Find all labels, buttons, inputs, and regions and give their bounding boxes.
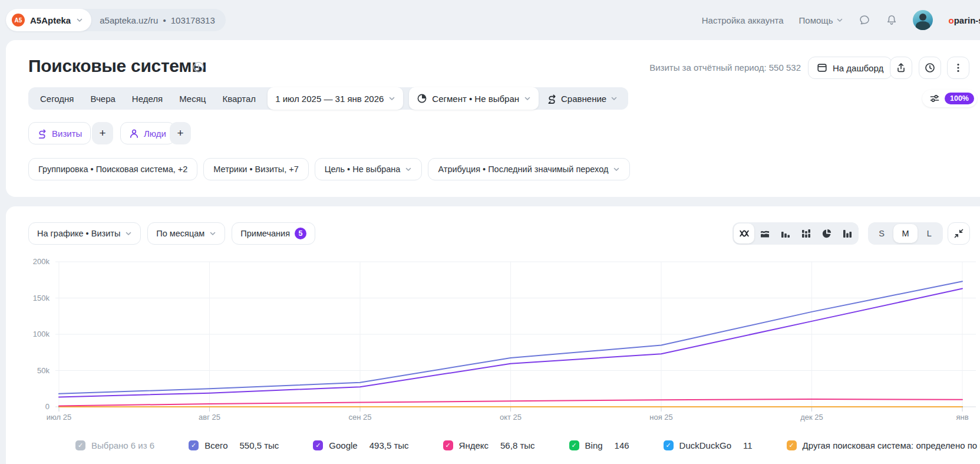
size-l-button[interactable]: L <box>918 224 941 243</box>
legend-label: Другая поисковая система: определено по … <box>803 440 980 450</box>
tab-yesterday[interactable]: Вчера <box>83 94 124 104</box>
counter-domain-info: a5apteka.uz/ru • 103178313 <box>91 15 215 25</box>
period-grouping-label: По месяцам <box>156 229 204 238</box>
checkbox-icon[interactable] <box>787 440 797 450</box>
export-button[interactable] <box>890 57 912 79</box>
on-chart-selector[interactable]: На графике • Визиты <box>28 222 141 245</box>
counter-id: 103178313 <box>171 15 215 25</box>
chart-size-switcher: S M L <box>868 222 943 245</box>
x-axis-label: июл 25 <box>35 413 83 422</box>
chart-type-switcher <box>732 222 859 245</box>
x-axis-label: дек 25 <box>788 413 836 422</box>
pie-chart-icon[interactable] <box>816 223 837 243</box>
legend-item-bing[interactable]: Bing 146 <box>569 440 629 450</box>
chevron-down-icon <box>611 95 618 102</box>
grouping-label: Группировка • Поисковая система, +2 <box>38 164 187 174</box>
visits-metric-button[interactable]: Визиты <box>28 122 91 144</box>
legend-item-duckduckgo[interactable]: DuckDuckGo 11 <box>664 440 753 450</box>
line-chart-icon[interactable] <box>734 223 754 243</box>
checkbox-icon[interactable] <box>443 440 453 450</box>
chevron-down-icon <box>524 95 531 102</box>
legend-select-all[interactable]: Выбрано 6 из 6 <box>75 440 154 450</box>
checkbox-icon[interactable] <box>189 440 199 450</box>
date-range-picker[interactable]: 1 июл 2025 — 31 янв 2026 <box>268 87 403 110</box>
notes-count-badge: 5 <box>295 228 306 239</box>
separator-dot: • <box>163 15 166 25</box>
metrics-selector[interactable]: Метрики • Визиты, +7 <box>203 158 308 180</box>
sampling-control[interactable]: 100% <box>922 90 977 107</box>
sampling-badge: 100% <box>945 93 974 104</box>
chevron-down-icon <box>836 17 843 24</box>
legend-item-yandex[interactable]: Яндекс 56,8 тыс <box>443 440 535 450</box>
more-menu-button[interactable] <box>947 57 969 79</box>
add-visits-segment-button[interactable]: + <box>92 122 113 144</box>
x-axis-label: ноя 25 <box>638 413 685 422</box>
size-s-button[interactable]: S <box>870 224 893 243</box>
counter-selector: A5 A5Apteka a5apteka.uz/ru • 103178313 <box>6 9 226 31</box>
chevron-down-icon <box>613 166 620 173</box>
to-dashboard-button[interactable]: На дашборд <box>808 57 892 79</box>
tab-week[interactable]: Неделя <box>124 94 171 104</box>
histogram-icon[interactable] <box>837 223 857 243</box>
username[interactable]: oparin-se <box>948 15 980 25</box>
visits-line-chart[interactable] <box>0 248 980 424</box>
metrics-label: Метрики • Визиты, +7 <box>213 164 298 174</box>
grouping-selector[interactable]: Группировка • Поисковая система, +2 <box>28 158 197 180</box>
people-metric-button[interactable]: Люди <box>120 122 175 144</box>
legend-item-google[interactable]: Google 493,5 тыс <box>313 440 408 450</box>
help-label: Помощь <box>799 15 833 25</box>
legend-item-total[interactable]: Всего 550,5 тыс <box>189 440 279 450</box>
collapse-chart-button[interactable] <box>948 222 970 245</box>
stacked-bar-icon[interactable] <box>796 223 816 243</box>
segment-selector[interactable]: Сегмент • Не выбран <box>409 87 539 110</box>
compare-label: Сравнение <box>561 94 606 104</box>
legend-label: Google <box>329 440 357 450</box>
metrica-report-page: A5 A5Apteka a5apteka.uz/ru • 103178313 Н… <box>0 0 980 464</box>
notes-button[interactable]: Примечания 5 <box>232 222 315 245</box>
tab-quarter[interactable]: Квартал <box>214 94 264 104</box>
topbar-right: Настройка аккаунта Помощь oparin-se <box>702 9 980 31</box>
help-menu[interactable]: Помощь <box>799 15 844 25</box>
checkbox-icon[interactable] <box>313 440 323 450</box>
history-button[interactable] <box>919 57 941 79</box>
avatar[interactable] <box>913 10 933 30</box>
attribution-selector[interactable]: Атрибуция • Последний значимый переход <box>428 158 630 180</box>
legend-item-other[interactable]: Другая поисковая система: определено по … <box>787 440 980 450</box>
counter-domain[interactable]: a5apteka.uz/ru <box>100 15 158 25</box>
compare-selector[interactable]: Сравнение <box>539 94 619 104</box>
add-people-segment-button[interactable]: + <box>170 122 191 144</box>
bell-icon[interactable] <box>886 14 897 26</box>
visits-metric-label: Визиты <box>52 129 82 139</box>
info-icon[interactable] <box>193 61 204 73</box>
size-m-button[interactable]: M <box>893 224 917 243</box>
stacked-area-icon[interactable] <box>754 223 775 243</box>
period-filter-group: Сегодня Вчера Неделя Месяц Квартал 1 июл… <box>28 87 628 110</box>
legend-label: Яндекс <box>459 440 489 450</box>
page-title: Поисковые системы <box>28 56 207 76</box>
checkbox-icon[interactable] <box>569 440 579 450</box>
period-grouping-selector[interactable]: По месяцам <box>147 222 225 245</box>
y-axis-label: 150k <box>14 294 50 302</box>
chat-icon[interactable] <box>859 14 870 26</box>
chart-controls: На графике • Визиты По месяцам Примечани… <box>28 222 315 245</box>
checkbox-icon[interactable] <box>664 440 674 450</box>
tab-today[interactable]: Сегодня <box>28 94 83 104</box>
sliders-icon <box>929 93 940 104</box>
legend-label: Выбрано 6 из 6 <box>91 440 154 450</box>
notes-label: Примечания <box>240 229 290 238</box>
dashboard-icon <box>817 62 827 73</box>
person-icon <box>129 129 139 139</box>
account-settings-link[interactable]: Настройка аккаунта <box>702 15 784 25</box>
chevron-down-icon <box>405 166 412 173</box>
legend-value: 146 <box>615 440 629 450</box>
attribution-label: Атрибуция • Последний значимый переход <box>438 164 608 174</box>
goal-selector[interactable]: Цель • Не выбрана <box>315 158 423 180</box>
counter-switcher[interactable]: A5 A5Apteka <box>6 9 91 31</box>
chevron-down-icon <box>76 17 83 24</box>
chevron-down-icon <box>388 95 395 102</box>
legend-label: DuckDuckGo <box>679 440 731 450</box>
people-metric-label: Люди <box>144 129 166 139</box>
tab-month[interactable]: Месяц <box>171 94 214 104</box>
bar-chart-icon[interactable] <box>775 223 796 243</box>
checkbox-icon[interactable] <box>75 440 85 450</box>
